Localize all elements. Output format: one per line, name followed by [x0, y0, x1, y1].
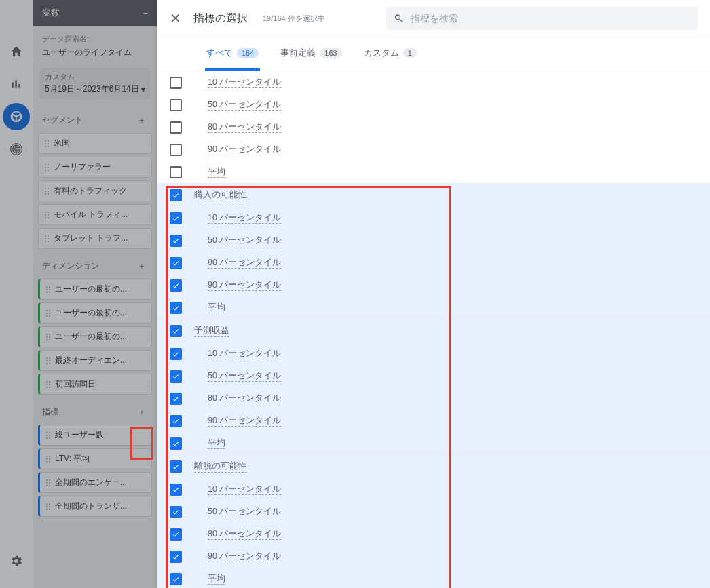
metric-row[interactable]: 10 パーセンタイル — [157, 478, 710, 501]
metric-row[interactable]: 平均 — [157, 161, 710, 183]
metric-picker-panel: ✕ 指標の選択 19/164 件を選択中 すべて164事前定義163カスタム1 … — [157, 0, 710, 588]
checkbox[interactable] — [170, 166, 182, 178]
metric-label: 80 パーセンタイル — [208, 122, 281, 133]
metric-row[interactable]: 50 パーセンタイル — [157, 94, 710, 116]
checkbox[interactable] — [170, 528, 182, 541]
checkbox[interactable] — [170, 189, 182, 201]
checkbox[interactable] — [170, 573, 182, 585]
metric-group-header[interactable]: 購入の可能性 — [157, 184, 710, 207]
metric-label: 90 パーセンタイル — [208, 551, 281, 562]
metric-row[interactable]: 10 パーセンタイル — [157, 207, 710, 229]
metric-label: 平均 — [208, 302, 225, 313]
metric-row[interactable]: 90 パーセンタイル — [157, 274, 710, 296]
metric-row[interactable]: 80 パーセンタイル — [157, 252, 710, 274]
metric-label: 10 パーセンタイル — [208, 349, 281, 359]
metric-row[interactable]: 50 パーセンタイル — [157, 501, 710, 523]
metric-label: 80 パーセンタイル — [208, 393, 281, 404]
checkbox[interactable] — [170, 551, 182, 563]
metric-group-name: 予測収益 — [194, 325, 229, 337]
metric-label: 50 パーセンタイル — [208, 371, 281, 382]
checkbox[interactable] — [170, 235, 182, 247]
search-input[interactable] — [409, 12, 690, 24]
metric-label: 50 パーセンタイル — [208, 507, 281, 517]
metric-label: 50 パーセンタイル — [208, 235, 281, 246]
checkbox[interactable] — [170, 77, 182, 89]
metric-group-name: 離脱の可能性 — [194, 460, 247, 473]
metric-row[interactable]: 50 パーセンタイル — [157, 229, 710, 252]
metric-row[interactable]: 平均 — [157, 432, 710, 454]
metric-label: 90 パーセンタイル — [208, 280, 281, 291]
metric-row[interactable]: 90 パーセンタイル — [157, 138, 710, 161]
metric-label: 90 パーセンタイル — [208, 416, 281, 427]
checkbox[interactable] — [170, 506, 182, 518]
checkbox[interactable] — [170, 460, 182, 473]
metric-row[interactable]: 平均 — [157, 296, 710, 319]
metric-label: 90 パーセンタイル — [208, 144, 281, 155]
checkbox[interactable] — [170, 99, 182, 111]
metric-label: 平均 — [208, 574, 225, 585]
metric-row[interactable]: 90 パーセンタイル — [157, 545, 710, 568]
panel-subtitle: 19/164 件を選択中 — [263, 14, 325, 24]
checkbox[interactable] — [170, 415, 182, 427]
metric-row[interactable]: 80 パーセンタイル — [157, 523, 710, 545]
metric-group-header[interactable]: 離脱の可能性 — [157, 455, 710, 478]
metric-row[interactable]: 50 パーセンタイル — [157, 365, 710, 387]
metric-label: 10 パーセンタイル — [208, 77, 281, 88]
panel-title: 指標の選択 — [193, 12, 248, 26]
tab-count-badge: 1 — [403, 48, 417, 58]
checkbox[interactable] — [170, 484, 182, 496]
checkbox[interactable] — [170, 144, 182, 156]
checkbox[interactable] — [170, 212, 182, 224]
metric-label: 平均 — [208, 438, 225, 449]
metric-label: 10 パーセンタイル — [208, 484, 281, 495]
tab-カスタム[interactable]: カスタム1 — [362, 37, 418, 71]
tab-label: 事前定義 — [280, 47, 316, 59]
checkbox[interactable] — [170, 279, 182, 292]
metric-label: 80 パーセンタイル — [208, 258, 281, 269]
tab-すべて[interactable]: すべて164 — [205, 37, 260, 71]
checkbox[interactable] — [170, 257, 182, 269]
tab-label: カスタム — [364, 47, 399, 59]
metric-row[interactable]: 80 パーセンタイル — [157, 387, 710, 410]
checkbox[interactable] — [170, 370, 182, 383]
tab-count-badge: 164 — [237, 48, 259, 58]
checkbox[interactable] — [170, 325, 182, 337]
checkbox[interactable] — [170, 348, 182, 360]
search-field[interactable] — [386, 7, 698, 30]
metric-row[interactable]: 80 パーセンタイル — [157, 116, 710, 138]
checkbox[interactable] — [170, 393, 182, 405]
metric-group-name: 購入の可能性 — [194, 189, 247, 201]
checkbox[interactable] — [170, 302, 182, 314]
checkbox[interactable] — [170, 121, 182, 134]
metric-label: 10 パーセンタイル — [208, 213, 281, 224]
metric-label: 80 パーセンタイル — [208, 529, 281, 540]
search-icon — [394, 13, 404, 24]
metric-label: 50 パーセンタイル — [208, 100, 281, 111]
close-icon[interactable]: ✕ — [170, 10, 181, 26]
tab-label: すべて — [206, 47, 233, 59]
checkbox[interactable] — [170, 437, 182, 450]
metric-row[interactable]: 10 パーセンタイル — [157, 71, 710, 94]
metric-row[interactable]: 10 パーセンタイル — [157, 342, 710, 365]
tab-事前定義[interactable]: 事前定義163 — [279, 37, 343, 71]
metric-group-header[interactable]: 予測収益 — [157, 319, 710, 342]
metric-row[interactable]: 平均 — [157, 568, 710, 588]
tab-count-badge: 163 — [320, 48, 341, 58]
metric-label: 平均 — [208, 167, 225, 178]
metric-row[interactable]: 90 パーセンタイル — [157, 410, 710, 432]
